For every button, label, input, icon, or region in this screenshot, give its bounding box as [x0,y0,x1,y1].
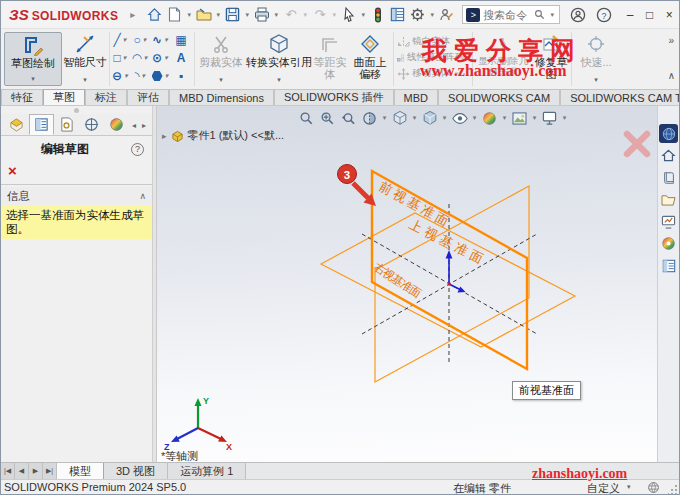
caret-icon[interactable]: ▾ [122,72,130,80]
sketch-pattern-tool[interactable]: ▦ [171,31,191,49]
zoom-area-button[interactable] [318,109,337,127]
marketplace-globe-button[interactable] [659,234,678,253]
propertymanager-tab[interactable] [29,114,54,135]
caret-icon[interactable]: ▾ [381,114,388,122]
tab-sketch[interactable]: 草图 [43,89,85,105]
settings-gear-button[interactable] [408,5,427,25]
section-view-button[interactable] [360,109,379,127]
options-table-button[interactable] [388,5,407,25]
caret-icon[interactable]: ▾ [162,36,170,44]
search-magnifier-icon[interactable] [534,9,545,20]
polygon-tool[interactable]: ▾ [151,67,171,85]
undo-icon[interactable]: ↶ [285,7,296,22]
edit-person-icon[interactable] [437,5,456,25]
caret-icon[interactable]: ▾ [561,114,568,122]
view-orientation-button[interactable] [390,109,409,127]
last-tab-button[interactable]: ▶| [43,463,57,479]
caret-icon[interactable]: ▾ [162,54,170,62]
save-button[interactable] [223,5,242,25]
resize-grip[interactable] [668,485,677,494]
hide-show-items-button[interactable] [450,109,469,127]
info-section-header[interactable]: 信息 ∧ [1,187,152,205]
ellipse-tool[interactable]: ⊙▾ [151,49,171,67]
trim-entities-button[interactable]: 剪裁实体 ▾ [196,32,246,86]
display-style-button[interactable] [420,109,439,127]
print-button[interactable] [252,5,271,25]
undo-caret-icon[interactable]: ▾ [301,11,309,19]
edit-appearance-button[interactable] [480,109,499,127]
caret-icon[interactable]: ▾ [531,114,538,122]
graphics-viewport[interactable]: 前视基准面 上视基准面 右视基准面 3 [157,106,657,462]
rectangle-tool[interactable]: □▾ [111,49,131,67]
trim-caret-icon[interactable]: ▾ [219,76,223,86]
slot-tool[interactable]: ⊖▾ [111,67,131,85]
caret-icon[interactable]: ▾ [141,36,149,44]
close-button[interactable]: × [659,4,679,26]
new-document-button[interactable] [165,5,184,25]
smart-dimension-caret-icon[interactable]: ▾ [83,76,87,86]
section-collapse-icon[interactable]: ∧ [139,191,146,201]
displaymanager-tab[interactable] [104,114,129,135]
redo-caret-icon[interactable]: ▾ [330,11,338,19]
caret-icon[interactable]: ▾ [411,114,418,122]
search-input[interactable] [483,9,531,21]
minimize-button[interactable]: – [620,4,640,26]
view-settings-button[interactable] [540,109,559,127]
redo-icon[interactable]: ↷ [314,7,325,22]
tab-sw-cam[interactable]: SOLIDWORKS CAM [438,89,560,105]
markup-view-button[interactable] [659,212,678,231]
search-caret-icon[interactable]: ▾ [548,11,556,19]
apply-scene-button[interactable] [510,109,529,127]
3dexperience-button[interactable] [659,124,678,143]
model-tab[interactable]: 模型 [57,463,104,479]
task-home-button[interactable] [659,146,678,165]
featuremanager-tree-tab[interactable] [4,114,29,135]
custom-properties-button[interactable] [659,256,678,275]
caret-icon[interactable]: ▾ [121,54,129,62]
caret-icon[interactable]: ▾ [139,72,147,80]
menu-flyout-icon[interactable]: ▸ [130,9,135,20]
tab-mbd-dimensions[interactable]: MBD Dimensions [169,89,274,105]
circle-tool[interactable]: ○▾ [131,31,151,49]
convert-caret-icon[interactable]: ▾ [277,76,281,86]
caret-icon[interactable]: ▾ [121,36,129,44]
smart-dimension-button[interactable]: 智能尺寸 ▾ [62,32,108,86]
feature-tree-flyout[interactable]: ▸ 零件1 (默认) <<默... [162,128,284,143]
open-caret-icon[interactable]: ▾ [214,11,222,19]
caret-icon[interactable]: ▾ [142,54,150,62]
tab-sw-addins[interactable]: SOLIDWORKS 插件 [274,89,394,105]
3d-views-tab[interactable]: 3D 视图 [104,463,168,479]
point-tool[interactable]: ▪ [171,67,191,85]
offset-on-surface-button[interactable]: 曲面上偏移 [348,32,392,86]
open-button[interactable] [194,5,213,25]
arc-tool[interactable]: ◠▾ [131,49,151,67]
previous-view-button[interactable] [339,109,358,127]
status-tag-icon[interactable] [647,481,660,495]
panel-splitter-handle[interactable] [1,106,152,114]
configurationmanager-tab[interactable] [54,114,79,135]
save-caret-icon[interactable]: ▾ [243,11,251,19]
caret-icon[interactable]: ▾ [501,114,508,122]
motion-study-tab[interactable]: 运动算例 1 [168,463,246,479]
select-caret-icon[interactable]: ▾ [359,11,367,19]
convert-entities-button[interactable]: 转换实体引用 ▾ [246,32,312,86]
offset-entities-button[interactable]: 等距实体 [312,32,348,86]
design-library-button[interactable] [659,168,678,187]
caret-icon[interactable]: ▾ [163,72,171,80]
user-account-button[interactable] [570,5,586,25]
tree-expand-icon[interactable]: ▸ [162,131,167,141]
fillet-tool[interactable]: ◝▾ [131,67,151,85]
rebuild-traffic-light-button[interactable] [368,5,387,25]
dimxpertmanager-tab[interactable] [79,114,104,135]
units-caret-icon[interactable]: ▾ [627,483,631,491]
maximize-button[interactable]: □ [640,4,660,26]
text-tool[interactable]: A [171,49,191,67]
line-tool[interactable]: ╱▾ [111,31,131,49]
spline-tool[interactable]: ∿▾ [151,31,171,49]
ribbon-collapse-button[interactable]: ∧ [668,70,675,81]
quick-snaps-caret-icon[interactable]: ▾ [594,76,598,86]
prev-tab-button[interactable]: ◀ [15,463,29,479]
settings-caret-icon[interactable]: ▾ [428,11,436,19]
tab-mbd[interactable]: MBD [394,89,438,105]
select-pointer-button[interactable] [339,5,358,25]
